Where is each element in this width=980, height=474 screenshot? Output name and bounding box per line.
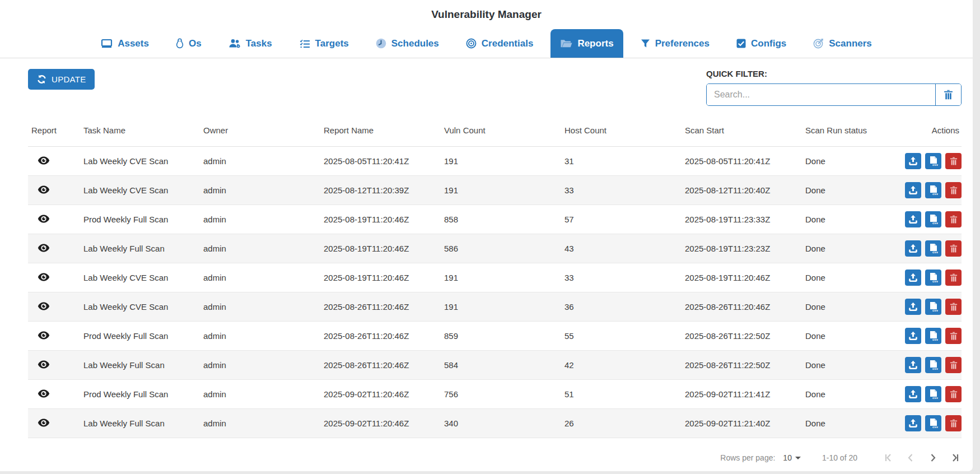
previous-page-button[interactable] bbox=[906, 453, 916, 463]
column-header-scan-run-status: Scan Run status bbox=[802, 126, 897, 135]
upload-icon bbox=[908, 215, 918, 224]
svg-text:csv: csv bbox=[932, 425, 938, 429]
tab-configs[interactable]: Configs bbox=[727, 29, 796, 58]
eye-icon[interactable] bbox=[38, 215, 50, 223]
tab-schedules[interactable]: Schedules bbox=[366, 29, 449, 58]
delete-report-button[interactable] bbox=[945, 240, 962, 257]
app-card: Vulnerability Manager Assets Os Tasks T bbox=[0, 0, 973, 471]
trash-icon bbox=[950, 332, 958, 341]
table-row: Prod Weekly Full Scan admin 2025-09-02T1… bbox=[28, 380, 962, 409]
chevron-left-icon bbox=[906, 453, 916, 463]
delete-report-button[interactable] bbox=[945, 269, 962, 286]
export-csv-button[interactable]: csv bbox=[925, 211, 941, 227]
delete-report-button[interactable] bbox=[945, 328, 962, 344]
export-csv-button[interactable]: csv bbox=[925, 357, 941, 373]
first-page-button[interactable] bbox=[883, 453, 893, 463]
clear-filter-button[interactable] bbox=[935, 84, 961, 105]
actions-cell: csv bbox=[897, 211, 962, 227]
export-csv-button[interactable]: csv bbox=[925, 415, 941, 431]
export-csv-button[interactable]: csv bbox=[925, 299, 941, 315]
csv-file-icon: csv bbox=[929, 156, 938, 166]
eye-icon[interactable] bbox=[38, 419, 50, 427]
eye-icon[interactable] bbox=[38, 273, 50, 281]
report-name-cell: 2025-08-26T11:20:46Z bbox=[320, 360, 441, 370]
host-count-cell: 33 bbox=[561, 185, 682, 195]
tab-reports[interactable]: Reports bbox=[550, 29, 623, 58]
upload-report-button[interactable] bbox=[905, 299, 921, 315]
vuln-count-cell: 191 bbox=[441, 156, 561, 166]
svg-text:csv: csv bbox=[932, 163, 938, 166]
vuln-count-cell: 586 bbox=[441, 244, 561, 253]
export-csv-button[interactable]: csv bbox=[925, 386, 941, 402]
next-page-button[interactable] bbox=[928, 453, 938, 463]
upload-report-button[interactable] bbox=[905, 211, 921, 227]
report-cell bbox=[28, 389, 80, 399]
tab-credentials[interactable]: Credentials bbox=[456, 29, 543, 58]
pagination-nav bbox=[883, 453, 960, 463]
export-csv-button[interactable]: csv bbox=[925, 269, 941, 286]
upload-icon bbox=[908, 302, 918, 312]
csv-file-icon: csv bbox=[929, 185, 938, 196]
tab-os[interactable]: Os bbox=[166, 29, 211, 58]
tab-label: Reports bbox=[577, 38, 613, 49]
scan-start-cell: 2025-08-26T11:22:50Z bbox=[682, 360, 802, 370]
first-page-icon bbox=[883, 453, 893, 463]
tab-tasks[interactable]: Tasks bbox=[219, 29, 282, 58]
upload-report-button[interactable] bbox=[905, 386, 921, 402]
eye-icon[interactable] bbox=[38, 185, 50, 194]
upload-icon bbox=[908, 156, 918, 166]
eye-icon[interactable] bbox=[38, 244, 50, 252]
tab-scanners[interactable]: Scanners bbox=[804, 29, 881, 58]
eye-icon[interactable] bbox=[38, 389, 50, 398]
update-button[interactable]: UPDATE bbox=[28, 69, 95, 90]
owner-cell: admin bbox=[200, 244, 320, 253]
upload-report-button[interactable] bbox=[905, 153, 921, 169]
search-input[interactable] bbox=[707, 84, 935, 105]
export-csv-button[interactable]: csv bbox=[925, 328, 941, 344]
folder-icon bbox=[560, 39, 572, 48]
eye-icon[interactable] bbox=[38, 360, 50, 369]
upload-report-button[interactable] bbox=[905, 182, 921, 198]
export-csv-button[interactable]: csv bbox=[925, 240, 941, 257]
upload-icon bbox=[908, 360, 918, 370]
export-csv-button[interactable]: csv bbox=[925, 153, 941, 169]
delete-report-button[interactable] bbox=[945, 415, 962, 431]
toolbar: UPDATE QUICK FILTER: bbox=[0, 58, 973, 114]
tab-preferences[interactable]: Preferences bbox=[631, 29, 719, 58]
export-csv-button[interactable]: csv bbox=[925, 182, 941, 198]
tab-assets[interactable]: Assets bbox=[91, 29, 158, 58]
eye-icon[interactable] bbox=[38, 302, 50, 310]
rows-per-page-label: Rows per page: bbox=[720, 453, 775, 462]
last-page-button[interactable] bbox=[950, 453, 960, 463]
upload-report-button[interactable] bbox=[905, 415, 921, 431]
delete-report-button[interactable] bbox=[945, 153, 962, 169]
tab-targets[interactable]: Targets bbox=[290, 29, 358, 58]
table-body: Lab Weekly CVE Scan admin 2025-08-05T11:… bbox=[28, 147, 962, 438]
table-row: Lab Weekly CVE Scan admin 2025-08-26T11:… bbox=[28, 292, 962, 322]
upload-report-button[interactable] bbox=[905, 240, 921, 257]
clock-icon bbox=[376, 38, 386, 49]
trash-icon bbox=[950, 157, 958, 166]
rows-per-page-value: 10 bbox=[783, 453, 792, 462]
report-name-cell: 2025-09-02T11:20:46Z bbox=[320, 389, 441, 399]
owner-cell: admin bbox=[200, 360, 320, 370]
svg-text:csv: csv bbox=[932, 192, 938, 196]
svg-text:csv: csv bbox=[932, 250, 938, 254]
table-row: Prod Weekly Full Scan admin 2025-08-19T1… bbox=[28, 205, 962, 234]
delete-report-button[interactable] bbox=[945, 357, 962, 373]
owner-cell: admin bbox=[200, 156, 320, 166]
upload-report-button[interactable] bbox=[905, 328, 921, 344]
delete-report-button[interactable] bbox=[945, 386, 962, 402]
upload-report-button[interactable] bbox=[905, 269, 921, 286]
eye-icon[interactable] bbox=[38, 156, 50, 165]
svg-text:csv: csv bbox=[932, 221, 938, 225]
upload-report-button[interactable] bbox=[905, 357, 921, 373]
owner-cell: admin bbox=[200, 215, 320, 224]
owner-cell: admin bbox=[200, 331, 320, 341]
delete-report-button[interactable] bbox=[945, 211, 962, 227]
rows-per-page-select[interactable]: 10 bbox=[783, 453, 801, 462]
status-cell: Done bbox=[802, 185, 897, 195]
eye-icon[interactable] bbox=[38, 331, 50, 340]
delete-report-button[interactable] bbox=[945, 299, 962, 315]
delete-report-button[interactable] bbox=[945, 182, 962, 198]
